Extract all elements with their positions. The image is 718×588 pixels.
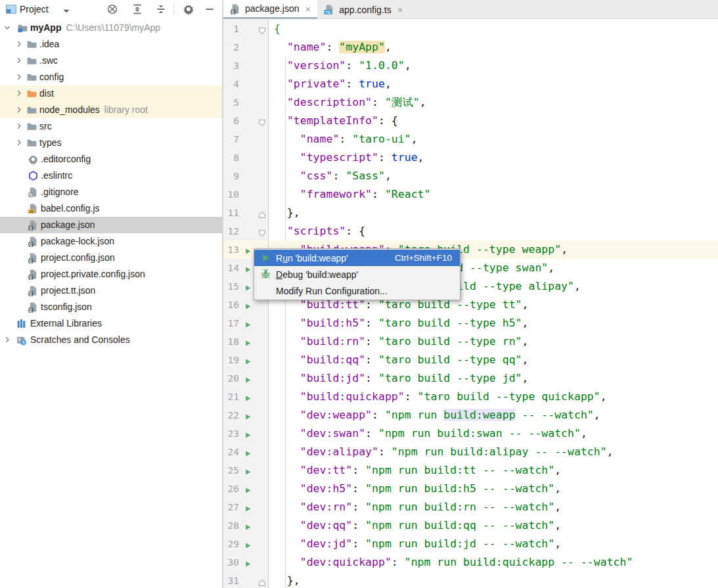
panel-title[interactable]: Project [20,4,49,14]
code-line-1[interactable]: 1{ [223,20,718,38]
menu-item-run[interactable]: Run 'build:weapp'Ctrl+Shift+F10 [254,250,460,266]
run-gutter-icon[interactable] [239,388,256,406]
tree-item-types[interactable]: types [0,135,222,151]
tab-package-json[interactable]: {}package.json× [223,0,317,19]
code-line-11[interactable]: 11 }, [223,204,718,222]
fold-up-icon[interactable] [256,204,268,222]
code-line-3[interactable]: 3 "version": "1.0.0", [223,57,718,75]
code-line-24[interactable]: 24 "dev:alipay": "npm run build:alipay -… [223,443,718,461]
tab-close-icon[interactable]: × [397,5,403,14]
tree-item-package-lock-json[interactable]: {}package-lock.json [0,233,222,250]
code-text: "build:qq": "taro build --type qq", [268,351,718,369]
chevron-down-icon[interactable] [60,5,72,17]
tab-app-config-ts[interactable]: TSapp.config.ts× [317,0,409,19]
locate-icon[interactable] [106,3,118,15]
chevron-right-icon[interactable] [14,105,24,114]
line-number: 31 [223,572,239,588]
chevron-right-icon[interactable] [14,72,24,81]
run-gutter-icon[interactable] [239,351,256,369]
tree-item--swc[interactable]: .swc [0,53,222,69]
run-gutter-icon[interactable] [239,406,256,424]
run-gutter-icon[interactable] [239,480,256,498]
run-gutter-icon[interactable] [239,498,256,516]
fold-down-icon[interactable] [256,222,268,240]
code-line-8[interactable]: 8 "typescript": true, [223,148,718,167]
code-line-10[interactable]: 10 "framework": "React" [223,185,718,204]
chevron-down-icon[interactable] [3,23,12,32]
code-line-21[interactable]: 21 "build:quickapp": "taro build --type … [223,388,718,406]
code-line-5[interactable]: 5 "description": "测试", [223,93,718,112]
code-line-29[interactable]: 29 "dev:jd": "npm run build:jd -- --watc… [223,535,718,553]
code-token: "1.0.0" [359,59,405,72]
code-line-2[interactable]: 2 "name": "myApp", [223,38,718,57]
tree-item--idea[interactable]: .idea [0,36,222,53]
chevron-right-icon[interactable] [3,335,12,344]
fold-up-icon[interactable] [256,572,268,588]
tree-item-external-libraries[interactable]: External Libraries [0,315,222,332]
code-line-9[interactable]: 9 "css": "Sass", [223,167,718,185]
code-line-19[interactable]: 19 "build:qq": "taro build --type qq", [223,351,718,369]
menu-item-debug[interactable]: Debug 'build:weapp' [254,266,460,283]
tree-item-project-tt-json[interactable]: {}project.tt.json [0,283,222,299]
fold-gutter-empty [256,148,268,167]
code-token [274,151,300,164]
code-line-4[interactable]: 4 "private": true, [223,75,718,93]
run-gutter-icon[interactable] [239,553,256,572]
code-token: : [326,41,339,53]
tree-item-project-config-json[interactable]: {}project.config.json [0,250,222,266]
run-gutter-icon[interactable] [239,332,256,351]
run-gutter-icon[interactable] [239,424,256,443]
code-line-26[interactable]: 26 "dev:h5": "npm run build:h5 -- --watc… [223,480,718,498]
tree-item-project-private-config-json[interactable]: {}project.private.config.json [0,266,222,283]
tab-close-icon[interactable]: × [305,4,311,14]
tree-item-dist[interactable]: dist [0,85,222,102]
tree-item-node-modules[interactable]: node_moduleslibrary root [0,102,222,118]
code-line-25[interactable]: 25 "dev:tt": "npm run build:tt -- --watc… [223,461,718,480]
code-line-28[interactable]: 28 "dev:qq": "npm run build:qq -- --watc… [223,516,718,535]
code-line-17[interactable]: 17 "build:h5": "taro build --type h5", [223,314,718,332]
collapse-all-icon[interactable] [155,3,167,15]
tree-item--editorconfig[interactable]: .editorconfig [0,151,222,168]
chevron-right-icon[interactable] [14,56,24,65]
code-line-12[interactable]: 12 "scripts": { [223,222,718,240]
code-line-31[interactable]: 31 }, [223,572,718,588]
code-line-22[interactable]: 22 "dev:weapp": "npm run build:weapp -- … [223,406,718,424]
tree-item-scratches-and-consoles[interactable]: Scratches and Consoles [0,332,222,348]
run-gutter-icon[interactable] [239,461,256,480]
code-line-6[interactable]: 6 "templateInfo": { [223,112,718,130]
tree-item--eslintrc[interactable]: .eslintrc [0,168,222,184]
run-gutter-icon[interactable] [239,516,256,535]
expand-all-icon[interactable] [131,3,143,15]
code-line-18[interactable]: 18 "build:rn": "taro build --type rn", [223,332,718,351]
run-gutter-icon[interactable] [239,535,256,553]
code-line-23[interactable]: 23 "dev:swan": "npm run build:swan -- --… [223,424,718,443]
code-line-27[interactable]: 27 "dev:rn": "npm run build:rn -- --watc… [223,498,718,516]
menu-item-modify-run-configuration[interactable]: Modify Run Configuration... [254,283,460,299]
fold-down-icon[interactable] [256,20,268,38]
code-line-20[interactable]: 20 "build:jd": "taro build --type jd", [223,369,718,388]
settings-gear-icon[interactable] [183,3,194,15]
code-editor[interactable]: 1{2 "name": "myApp",3 "version": "1.0.0"… [223,20,718,588]
tree-item-babel-config-js[interactable]: JSbabel.config.js [0,200,222,217]
tree-item-package-json[interactable]: {}package.json [0,217,222,233]
tree-item--gitignore[interactable]: .gitignore [0,184,222,200]
tree-item-suffix: C:\Users\11079\myApp [66,22,160,33]
run-gutter-icon[interactable] [239,369,256,388]
fold-down-icon[interactable] [256,112,268,130]
chevron-right-icon[interactable] [14,122,24,131]
run-gutter-icon[interactable] [239,443,256,461]
tree-item-config[interactable]: config [0,69,222,85]
chevron-right-icon[interactable] [14,89,24,98]
tree-item-tsconfig-json[interactable]: {}tsconfig.json [0,299,222,315]
code-line-7[interactable]: 7 "name": "taro-ui", [223,130,718,148]
run-gutter-icon[interactable] [239,314,256,332]
tree-item-myapp[interactable]: myAppC:\Users\11079\myApp [0,20,222,36]
hide-panel-icon[interactable] [204,3,215,15]
chevron-right-icon[interactable] [14,138,24,147]
code-token: : [352,537,365,550]
tree-item-src[interactable]: src [0,118,222,135]
tree-item-name: dist [39,88,54,99]
code-line-30[interactable]: 30 "dev:quickapp": "npm run build:quicka… [223,553,718,572]
chevron-right-icon[interactable] [14,39,24,49]
file-json-icon: {} [28,285,39,296]
